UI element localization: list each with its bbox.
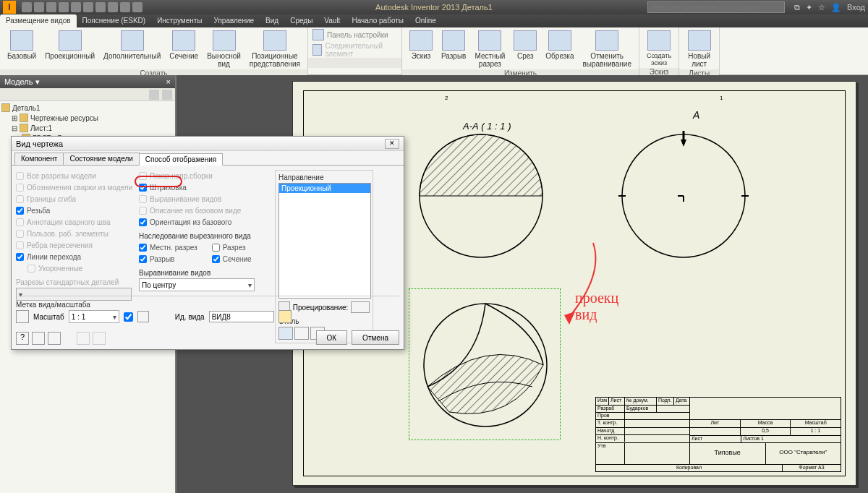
qat-btn[interactable] (71, 2, 81, 12)
dialog-tab-component[interactable]: Компонент (14, 153, 64, 165)
edit-id-button[interactable] (278, 310, 292, 323)
crop-button[interactable]: Обрезка (542, 29, 576, 69)
break-button[interactable]: Разрыв (438, 29, 469, 69)
option-bend-extents[interactable]: Границы сгиба (16, 193, 139, 205)
group-label-panel (308, 58, 401, 68)
dialog-tab-model-state[interactable]: Состояние модели (63, 153, 139, 165)
sketch-icon (409, 30, 433, 51)
tree-root[interactable]: Деталь1 (1, 103, 174, 113)
scale-toggle[interactable] (16, 310, 29, 323)
inherit-slice[interactable]: Сечение (212, 253, 252, 265)
base-view-button[interactable]: Базовый (4, 29, 39, 69)
opt-button[interactable] (32, 332, 45, 345)
tab-start[interactable]: Начало работы (346, 14, 409, 27)
detail-view-button[interactable]: Выносной вид (204, 29, 244, 69)
cancel-button[interactable]: Отмена (352, 330, 399, 345)
connector-button[interactable]: Соединительный элемент (312, 42, 397, 58)
search-input[interactable] (647, 1, 785, 13)
create-sketch-button[interactable]: Создать эскиз (644, 29, 674, 68)
ribbon-group-sketch: Создать эскиз Эскиз (639, 27, 679, 74)
login-link[interactable]: Вход (847, 3, 865, 12)
sketch-modify-button[interactable]: Эскиз (407, 29, 435, 69)
new-sheet-button[interactable]: Новый лист (684, 29, 715, 69)
close-icon[interactable]: × (166, 77, 171, 86)
tool-icon[interactable] (162, 90, 172, 100)
projected-view-button[interactable]: Проекционный (42, 29, 98, 69)
qat-btn[interactable] (83, 2, 93, 12)
unalign-button[interactable]: Отменить выравнивание (579, 29, 634, 69)
help-button[interactable]: ? (16, 332, 29, 345)
opt-button[interactable] (48, 332, 61, 345)
tab-eskd[interactable]: Пояснение (ESKD) (77, 14, 152, 27)
fav-icon[interactable]: ☆ (818, 3, 825, 12)
app-icon[interactable]: I (3, 1, 16, 14)
style-nohidden-button[interactable] (294, 327, 309, 340)
browser-header[interactable]: Модель ▾× (0, 75, 175, 88)
title-right: ⧉ ✦ ☆ 👤 Вход (794, 3, 865, 12)
nailboard-button[interactable]: Панель настройки (312, 29, 397, 40)
option-user-work-features[interactable]: Пользов. раб. элементы (16, 228, 139, 239)
tab-view[interactable]: Вид (260, 14, 284, 27)
inherit-break[interactable]: Разрыв (139, 253, 197, 265)
ok-button[interactable]: ОК (316, 330, 348, 345)
scale-btn[interactable] (137, 311, 149, 322)
inherit-section[interactable]: Разрез (212, 241, 252, 253)
option-all-model-sections[interactable]: Все разрезы модели (16, 170, 139, 181)
alignment-select[interactable]: По центру (139, 278, 255, 291)
option-weld-from-model[interactable]: Обозначения сварки из модели (16, 181, 139, 193)
dialog-close-button[interactable]: ✕ (385, 139, 399, 149)
new-sheet-icon (688, 30, 711, 51)
tree-item[interactable]: ⊟Лист:1 (1, 123, 174, 133)
style-hidden-button[interactable] (278, 327, 293, 340)
base-view[interactable] (618, 131, 749, 261)
tab-placement[interactable]: Размещение видов (0, 14, 77, 27)
qat-btn[interactable] (120, 2, 130, 12)
qat-btn[interactable] (132, 2, 142, 12)
aux-view-button[interactable]: Дополнительный (101, 29, 163, 69)
tab-vault[interactable]: Vault (318, 14, 346, 27)
dialog-titlebar[interactable]: Вид чертежа ✕ (12, 137, 404, 151)
direction-item[interactable]: Проекционный (279, 184, 370, 193)
tab-online[interactable]: Online (409, 14, 442, 27)
section-view-aa[interactable] (416, 131, 546, 261)
tab-tools[interactable]: Инструменты (151, 14, 208, 27)
breakout-button[interactable]: Местный разрез (472, 29, 508, 69)
tool-icon[interactable] (149, 90, 159, 100)
qat-btn[interactable] (108, 2, 118, 12)
tree-item[interactable]: ⊞Чертежные ресурсы (1, 113, 174, 123)
dialog-tab-display[interactable]: Способ отображения (139, 153, 223, 166)
connector-icon (312, 44, 322, 56)
option-interference-edges[interactable]: Ребра пересечения (16, 239, 139, 251)
section-view-icon (172, 30, 195, 51)
option-tangent-edges[interactable]: Линии перехода (16, 251, 139, 262)
tab-manage[interactable]: Управление (208, 14, 260, 27)
qat-btn[interactable] (46, 2, 56, 12)
section-letter: A (693, 109, 699, 121)
direction-list[interactable]: Проекционный (278, 183, 371, 299)
section-view-button[interactable]: Сечение (166, 29, 201, 69)
view-id-input[interactable] (209, 311, 274, 322)
help-icon[interactable]: ⧉ (794, 3, 800, 12)
qat-btn[interactable] (59, 2, 69, 12)
slice-button[interactable]: Срез (511, 29, 540, 69)
option-definition-base[interactable]: Описание на базовом виде (139, 205, 269, 216)
option-thread[interactable]: Резьба (16, 205, 139, 216)
qat-btn[interactable] (95, 2, 106, 12)
projected-view-selection[interactable] (409, 288, 561, 440)
option-weld-annotation[interactable]: Аннотация сварного шва (16, 216, 139, 228)
scale-select[interactable]: 1 : 1 (69, 310, 119, 323)
tab-env[interactable]: Среды (284, 14, 318, 27)
star-icon[interactable]: ✦ (806, 3, 812, 12)
ribbon-group-panel: Панель настройки Соединительный элемент (308, 27, 402, 74)
scale-visible-checkbox[interactable] (124, 312, 133, 322)
qat-btn[interactable] (22, 2, 32, 12)
create-sketch-icon (647, 30, 671, 51)
user-icon[interactable]: 👤 (831, 3, 841, 12)
option-foreshortened[interactable]: Укороченные (16, 262, 139, 274)
projected-view-sphere (413, 293, 558, 437)
inherit-breakout[interactable]: Местн. разрез (139, 241, 197, 253)
option-orientation-base[interactable]: Ориентация из базового (139, 216, 269, 228)
overlay-button[interactable]: Позиционные представления (247, 29, 303, 69)
option-align-views[interactable]: Выравнивание видов (139, 193, 269, 205)
qat-btn[interactable] (34, 2, 44, 12)
